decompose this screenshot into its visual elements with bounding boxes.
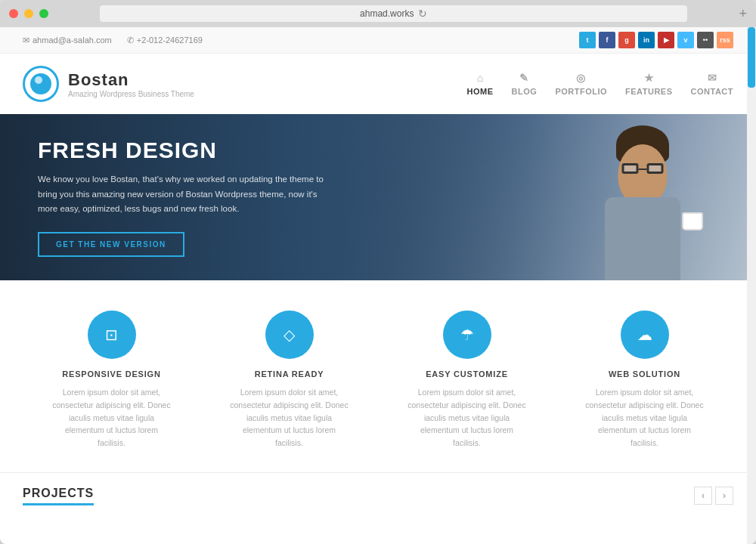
home-icon: ⌂: [477, 72, 484, 84]
nav-home[interactable]: ⌂ HOME: [467, 72, 494, 96]
projects-next-button[interactable]: ›: [715, 487, 733, 505]
feature-retina-title: RETINA READY: [255, 369, 324, 379]
person-shirt: [605, 197, 680, 280]
feature-responsive: ⊡ RESPONSIVE DESIGN Lorem ipsum dolor si…: [51, 311, 172, 450]
feature-customize-text: Lorem ipsum dolor sit amet, consectetur …: [407, 386, 528, 450]
minimize-dot[interactable]: [24, 9, 33, 18]
projects-title: PROJECTS: [23, 487, 94, 505]
projects-section: PROJECTS ‹ ›: [0, 472, 756, 513]
nav-blog-label: BLOG: [512, 87, 538, 96]
features-icon: ★: [644, 72, 655, 84]
www-button[interactable]: ••: [697, 32, 714, 48]
features-section: ⊡ RESPONSIVE DESIGN Lorem ipsum dolor si…: [0, 280, 756, 472]
phone-info: ✆ +2-012-24627169: [127, 36, 203, 45]
googleplus-button[interactable]: g: [618, 32, 635, 48]
phone-number: +2-012-24627169: [137, 36, 203, 45]
nav-portfolio[interactable]: ◎ PORTFOLIO: [555, 72, 607, 96]
email-address: ahmad@a-salah.com: [33, 36, 112, 45]
hero-person: [544, 114, 741, 280]
browser-content: ✉ ahmad@a-salah.com ✆ +2-012-24627169 t …: [0, 27, 756, 544]
responsive-icon-circle: ⊡: [88, 311, 136, 359]
main-navigation: ⌂ HOME ✎ BLOG ◎ PORTFOLIO ★: [467, 72, 733, 96]
feature-retina-text: Lorem ipsum dolor sit amet, consectetur …: [229, 386, 350, 450]
feature-responsive-text: Lorem ipsum dolor sit amet, consectetur …: [51, 386, 172, 450]
nav-features-label: FEATURES: [625, 87, 672, 96]
hero-cta-button[interactable]: GET THE NEW VERSION: [38, 232, 184, 257]
feature-web-text: Lorem ipsum dolor sit amet, consectetur …: [584, 386, 705, 450]
address-bar[interactable]: ahmad.works ↻: [100, 5, 687, 22]
feature-customize: ☂ EASY CUSTOMIZE Lorem ipsum dolor sit a…: [407, 311, 528, 450]
web-icon-circle: ☁: [621, 311, 669, 359]
logo[interactable]: Bostan Amazing Wordpress Business Theme: [23, 66, 194, 102]
site-tagline: Amazing Wordpress Business Theme: [68, 90, 194, 98]
nav-portfolio-label: PORTFOLIO: [555, 87, 607, 96]
topbar: ✉ ahmad@a-salah.com ✆ +2-012-24627169 t …: [0, 27, 756, 54]
retina-icon-circle: ◇: [265, 311, 314, 359]
hero-section: FRESH DESIGN We know you love Bostan, th…: [0, 114, 756, 280]
person-face: [618, 144, 668, 205]
phone-icon: ✆: [127, 36, 134, 45]
website: ✉ ahmad@a-salah.com ✆ +2-012-24627169 t …: [0, 27, 756, 513]
diamond-icon: ◇: [284, 326, 295, 344]
hero-title: FRESH DESIGN: [38, 138, 325, 163]
blog-icon: ✎: [519, 72, 529, 84]
refresh-icon[interactable]: ↻: [418, 8, 427, 20]
projects-navigation: ‹ ›: [694, 487, 733, 505]
monitor-icon: ⊡: [105, 326, 118, 344]
youtube-button[interactable]: ▶: [658, 32, 674, 48]
nav-contact[interactable]: ✉ CONTACT: [691, 72, 733, 96]
url-text: ahmad.works: [360, 8, 414, 19]
email-info: ✉ ahmad@a-salah.com: [23, 36, 112, 45]
browser-titlebar: ahmad.works ↻ +: [0, 0, 756, 27]
hero-content: FRESH DESIGN We know you love Bostan, th…: [0, 138, 363, 257]
nav-home-label: HOME: [467, 87, 494, 96]
feature-customize-title: EASY CUSTOMIZE: [426, 369, 508, 379]
glasses-right: [647, 163, 664, 174]
glasses-bridge: [639, 168, 647, 170]
feature-retina: ◇ RETINA READY Lorem ipsum dolor sit ame…: [229, 311, 350, 450]
scrollbar-thumb[interactable]: [748, 27, 755, 88]
projects-prev-button[interactable]: ‹: [694, 487, 712, 505]
portfolio-icon: ◎: [576, 72, 586, 84]
site-name: Bostan: [68, 70, 194, 90]
feature-web: ☁ WEB SOLUTION Lorem ipsum dolor sit ame…: [584, 311, 705, 450]
browser-window: ahmad.works ↻ + ✉ ahmad@a-salah.com ✆: [0, 0, 756, 544]
hero-text: We know you love Bostan, that's why we w…: [38, 172, 325, 217]
logo-icon: [23, 66, 59, 102]
feature-web-title: WEB SOLUTION: [609, 369, 680, 379]
cloud-icon: ☁: [637, 326, 652, 344]
social-links: t f g in ▶ v •• rss: [579, 32, 733, 48]
linkedin-button[interactable]: in: [638, 32, 655, 48]
email-icon: ✉: [23, 36, 29, 45]
nav-blog[interactable]: ✎ BLOG: [512, 72, 538, 96]
projects-header: PROJECTS ‹ ›: [23, 487, 733, 505]
nav-features[interactable]: ★ FEATURES: [625, 72, 672, 96]
logo-icon-inner: [30, 73, 51, 94]
umbrella-icon: ☂: [460, 326, 474, 344]
twitter-button[interactable]: t: [579, 32, 596, 48]
rss-button[interactable]: rss: [717, 32, 733, 48]
nav-contact-label: CONTACT: [691, 87, 733, 96]
scrollbar-track: [747, 27, 756, 544]
maximize-dot[interactable]: [39, 9, 48, 18]
feature-responsive-title: RESPONSIVE DESIGN: [62, 369, 160, 379]
logo-text: Bostan Amazing Wordpress Business Theme: [68, 70, 194, 98]
close-dot[interactable]: [9, 9, 18, 18]
coffee-cup: [682, 212, 703, 230]
glasses-left: [622, 163, 639, 174]
facebook-button[interactable]: f: [599, 32, 615, 48]
customize-icon-circle: ☂: [443, 311, 491, 359]
new-tab-button[interactable]: +: [739, 6, 747, 22]
hero-image-area: [378, 114, 756, 280]
site-header: Bostan Amazing Wordpress Business Theme …: [0, 54, 756, 114]
topbar-left: ✉ ahmad@a-salah.com ✆ +2-012-24627169: [23, 36, 203, 45]
vimeo-button[interactable]: v: [677, 32, 694, 48]
contact-icon: ✉: [708, 72, 717, 84]
